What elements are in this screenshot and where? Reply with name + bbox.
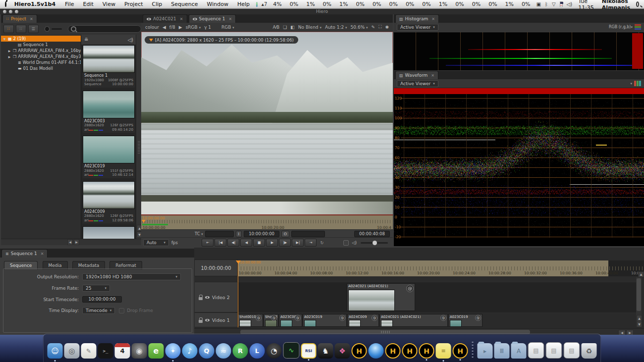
scroll-left-icon[interactable]: ◀ (67, 239, 73, 245)
dock-hiero-b-icon[interactable]: H (385, 343, 401, 359)
dock-minimized-window-2-icon[interactable]: ▤ (546, 342, 562, 359)
dock-calendar-icon[interactable]: 4 (115, 343, 130, 359)
lock-icon[interactable] (199, 317, 203, 323)
project-tree-item[interactable]: ▼▦2 (19) (1, 36, 81, 42)
dock-hiero-c-icon[interactable]: H (402, 343, 418, 359)
viewer-info-overlay[interactable]: [A] A024C009: 2880 x 1620 – 25 FPS – 10:… (145, 36, 298, 44)
wifi-icon[interactable]: ▽ (552, 1, 556, 7)
proxy-select[interactable]: Auto 1:2 ▾ (325, 25, 347, 30)
dock-player-l-icon[interactable]: L (250, 343, 265, 359)
stop-button[interactable]: ■ (253, 239, 265, 247)
dock-folder-applications-icon[interactable]: A (511, 343, 527, 359)
bluetooth-icon[interactable]: ᛒ (545, 1, 548, 7)
scroll-right-icon[interactable]: ▶ (74, 239, 79, 245)
tab-histogram[interactable]: ▨ Histogram✕ (395, 14, 439, 23)
tab-waveform[interactable]: ▨ Waveform✕ (395, 71, 438, 79)
apple-menu-icon[interactable] (5, 1, 6, 7)
dock-rsi-guard-icon[interactable]: RSI (301, 343, 317, 359)
dock-openoffice-icon[interactable]: ≈ (216, 343, 231, 359)
blend-select[interactable]: No Blend ▾ (298, 25, 322, 30)
dock-resolve-icon[interactable]: ❖ (335, 343, 350, 359)
window-zoom-button[interactable] (15, 10, 18, 13)
view-small-button[interactable]: ∷ (16, 25, 26, 33)
dock-photo-booth-icon[interactable]: ◉ (132, 343, 147, 359)
guides-icon[interactable]: ⛶ (378, 24, 381, 30)
menu-edit[interactable]: Edit (78, 1, 98, 7)
dock-terminal-icon[interactable]: >_ (98, 343, 113, 359)
ab-compare-icon[interactable]: A⁄B (272, 25, 279, 30)
dock-frontrow-icon[interactable]: ♞ (318, 343, 333, 359)
app-menu-title[interactable]: Hiero1.5v1b4 (9, 1, 60, 7)
scroll-down-icon[interactable]: ▼ (637, 321, 642, 327)
drop-frame-checkbox[interactable] (119, 308, 124, 313)
dock-folder-library-icon[interactable]: Ⅲ (494, 343, 510, 359)
scroll-grip[interactable] (138, 141, 140, 154)
dock-dashboard-icon[interactable]: ◔ (267, 343, 282, 359)
menu-help[interactable]: Help (233, 1, 254, 7)
play-button[interactable]: ▶ (266, 239, 278, 247)
timeline-clip[interactable]: A024C009@ (347, 314, 379, 327)
mute-checkbox[interactable] (343, 240, 349, 246)
view-list-button[interactable]: ☰ (28, 25, 39, 33)
dock-hiero-d-icon[interactable]: H (419, 343, 434, 359)
dock-trash-icon[interactable]: ♻ (582, 343, 597, 359)
viewer-image[interactable] (141, 32, 393, 214)
project-panel-hscroll[interactable]: ◀ ▶ (1, 239, 141, 245)
close-icon[interactable]: ✕ (229, 17, 232, 21)
frame-rate-select[interactable]: 25▾ (82, 285, 110, 292)
dock-realplayer-icon[interactable]: R (233, 343, 248, 359)
dock-evernote-icon[interactable]: e (149, 343, 164, 359)
dock-quicktime-icon[interactable]: Q (199, 343, 215, 359)
collapse-triangle-icon[interactable] (149, 39, 153, 42)
tc-mode-select[interactable]: TC ▾ (195, 231, 203, 236)
loop-mode-icon[interactable]: ↻ (320, 240, 323, 245)
close-icon[interactable]: ✕ (431, 17, 435, 21)
waveform-source-select[interactable]: Active Viewer▾ (397, 80, 438, 87)
volume-slider[interactable] (361, 242, 388, 244)
window-minimize-button[interactable] (9, 10, 12, 13)
thumb-size-track[interactable] (52, 28, 62, 30)
time-display-button[interactable]: Timecode▾ (82, 307, 115, 314)
close-icon[interactable]: ✕ (180, 17, 183, 21)
project-tree-item[interactable]: ▶❒ARRIRAW_ALEXA_FW4.x_16by (1, 48, 81, 53)
timeline-ruler[interactable]: 10:00:00:0010:00:04:0010:00:08:0010:00:1… (238, 260, 644, 276)
tab-sequence-1-properties[interactable]: ≣ Sequence 1✕ (1, 249, 48, 258)
tab-project[interactable]: ∷ Project ✕ (2, 14, 37, 23)
menu-clip[interactable]: Clip (148, 1, 167, 7)
dock-itunes-icon[interactable]: ♪ (182, 343, 198, 359)
set-out-button[interactable]: O (281, 231, 289, 237)
in-point-field[interactable] (205, 231, 234, 237)
track-lane-video1[interactable]: Shot0010@Shot0010@A023C003@A023C019@A024… (238, 312, 639, 328)
timeline-vscrollbar[interactable]: ▲ ▼ (636, 277, 642, 327)
close-icon[interactable]: ✕ (41, 252, 44, 256)
audio-icon[interactable]: ◁) (127, 37, 133, 43)
output-resolution-select[interactable]: 1920x1080 HD 1080▾ (82, 273, 181, 280)
timeline-current-timecode[interactable]: 10:00:00:00 (194, 259, 238, 276)
goto-start-button[interactable]: ⇤ (202, 239, 214, 247)
status-app-icon[interactable] (256, 2, 258, 7)
start-timecode-field[interactable]: 10:00:00:00 (82, 296, 122, 303)
timeline-clip[interactable]: Shot0010@ (264, 314, 278, 327)
dock-hiero-e-icon[interactable]: H (453, 343, 468, 359)
menu-view[interactable]: View (98, 1, 120, 7)
colorspace-select[interactable]: sRGB ▾ (186, 25, 201, 30)
fps-select[interactable]: Auto▾ (143, 239, 169, 246)
gamma-value[interactable]: γ 1 (204, 25, 211, 30)
histogram-mode-select[interactable]: RGB (r,g,b)▾ (609, 24, 641, 30)
thumb-size-slider[interactable] (45, 26, 50, 32)
goto-end-button[interactable]: ⇥ (305, 239, 317, 247)
step-forward-button[interactable]: |▶ (279, 239, 291, 247)
timeline-clip[interactable]: A023C019@ (448, 314, 483, 327)
search-input[interactable] (68, 25, 141, 33)
project-tree-item[interactable]: ▶❒ARRIRAW_ALEXA_FW4.x_4by3 (1, 53, 81, 59)
timeline-playhead-line[interactable] (238, 260, 238, 327)
browser-thumbnail[interactable] (83, 226, 135, 239)
view-grid-button[interactable]: ∷ (3, 25, 14, 33)
timeline-clip[interactable]: A024C021 (A024C021)@ (347, 283, 415, 311)
browser-thumbnail[interactable]: A023C0192880x1620151f @25FPSari10:46:12:… (83, 136, 135, 178)
dock-textedit-icon[interactable]: ✎ (81, 343, 97, 359)
ruler-option-icon[interactable]: ▲ (638, 271, 644, 277)
timeline-clip[interactable]: A024C021 (A024C021)@ (379, 314, 448, 327)
input-language-flag-icon[interactable] (560, 1, 563, 7)
spotlight-icon[interactable] (636, 1, 639, 7)
